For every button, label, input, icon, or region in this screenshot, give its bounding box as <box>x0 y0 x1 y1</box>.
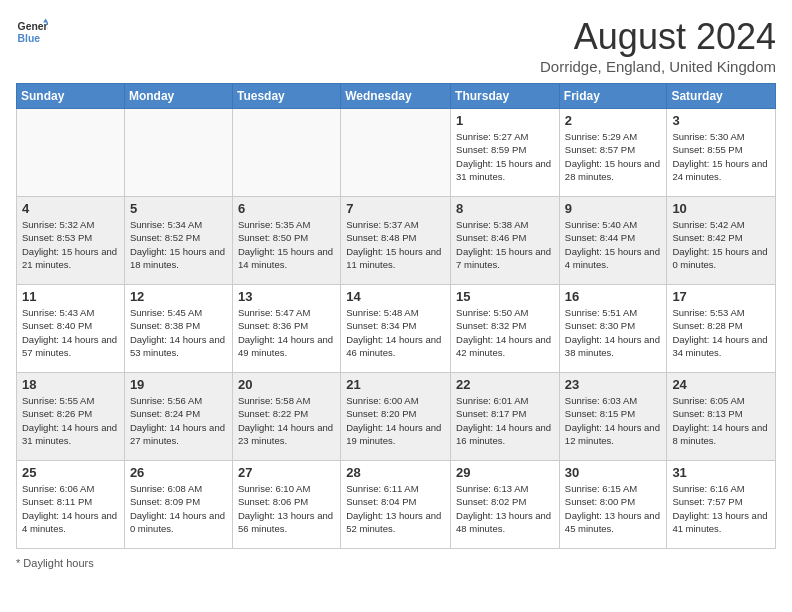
cell-details: Sunrise: 6:05 AMSunset: 8:13 PMDaylight:… <box>672 394 770 447</box>
day-number: 13 <box>238 289 335 304</box>
calendar-cell: 19Sunrise: 5:56 AMSunset: 8:24 PMDayligh… <box>124 373 232 461</box>
calendar-cell: 22Sunrise: 6:01 AMSunset: 8:17 PMDayligh… <box>451 373 560 461</box>
day-number: 22 <box>456 377 554 392</box>
week-row-5: 25Sunrise: 6:06 AMSunset: 8:11 PMDayligh… <box>17 461 776 549</box>
calendar-cell: 17Sunrise: 5:53 AMSunset: 8:28 PMDayligh… <box>667 285 776 373</box>
day-number: 24 <box>672 377 770 392</box>
cell-details: Sunrise: 5:42 AMSunset: 8:42 PMDaylight:… <box>672 218 770 271</box>
day-number: 12 <box>130 289 227 304</box>
calendar-cell: 7Sunrise: 5:37 AMSunset: 8:48 PMDaylight… <box>341 197 451 285</box>
day-number: 5 <box>130 201 227 216</box>
calendar-cell: 20Sunrise: 5:58 AMSunset: 8:22 PMDayligh… <box>232 373 340 461</box>
calendar-cell: 29Sunrise: 6:13 AMSunset: 8:02 PMDayligh… <box>451 461 560 549</box>
cell-details: Sunrise: 5:51 AMSunset: 8:30 PMDaylight:… <box>565 306 662 359</box>
cell-details: Sunrise: 6:06 AMSunset: 8:11 PMDaylight:… <box>22 482 119 535</box>
cell-details: Sunrise: 6:08 AMSunset: 8:09 PMDaylight:… <box>130 482 227 535</box>
calendar-cell: 18Sunrise: 5:55 AMSunset: 8:26 PMDayligh… <box>17 373 125 461</box>
calendar-cell: 15Sunrise: 5:50 AMSunset: 8:32 PMDayligh… <box>451 285 560 373</box>
footer-text: Daylight hours <box>23 557 93 569</box>
day-number: 27 <box>238 465 335 480</box>
calendar-cell: 14Sunrise: 5:48 AMSunset: 8:34 PMDayligh… <box>341 285 451 373</box>
day-header-sunday: Sunday <box>17 84 125 109</box>
calendar-cell: 6Sunrise: 5:35 AMSunset: 8:50 PMDaylight… <box>232 197 340 285</box>
calendar-cell: 8Sunrise: 5:38 AMSunset: 8:46 PMDaylight… <box>451 197 560 285</box>
week-row-1: 1Sunrise: 5:27 AMSunset: 8:59 PMDaylight… <box>17 109 776 197</box>
calendar-cell: 5Sunrise: 5:34 AMSunset: 8:52 PMDaylight… <box>124 197 232 285</box>
cell-details: Sunrise: 6:15 AMSunset: 8:00 PMDaylight:… <box>565 482 662 535</box>
calendar-cell: 23Sunrise: 6:03 AMSunset: 8:15 PMDayligh… <box>559 373 667 461</box>
day-number: 17 <box>672 289 770 304</box>
calendar-cell: 28Sunrise: 6:11 AMSunset: 8:04 PMDayligh… <box>341 461 451 549</box>
cell-details: Sunrise: 5:43 AMSunset: 8:40 PMDaylight:… <box>22 306 119 359</box>
cell-details: Sunrise: 5:50 AMSunset: 8:32 PMDaylight:… <box>456 306 554 359</box>
day-number: 14 <box>346 289 445 304</box>
svg-marker-2 <box>43 18 48 22</box>
calendar-cell: 27Sunrise: 6:10 AMSunset: 8:06 PMDayligh… <box>232 461 340 549</box>
cell-details: Sunrise: 5:30 AMSunset: 8:55 PMDaylight:… <box>672 130 770 183</box>
day-number: 19 <box>130 377 227 392</box>
cell-details: Sunrise: 5:32 AMSunset: 8:53 PMDaylight:… <box>22 218 119 271</box>
day-number: 1 <box>456 113 554 128</box>
cell-details: Sunrise: 5:29 AMSunset: 8:57 PMDaylight:… <box>565 130 662 183</box>
day-number: 29 <box>456 465 554 480</box>
footer-note: * Daylight hours <box>16 557 776 569</box>
cell-details: Sunrise: 6:16 AMSunset: 7:57 PMDaylight:… <box>672 482 770 535</box>
cell-details: Sunrise: 6:10 AMSunset: 8:06 PMDaylight:… <box>238 482 335 535</box>
calendar-cell: 2Sunrise: 5:29 AMSunset: 8:57 PMDaylight… <box>559 109 667 197</box>
calendar-cell: 24Sunrise: 6:05 AMSunset: 8:13 PMDayligh… <box>667 373 776 461</box>
day-number: 11 <box>22 289 119 304</box>
week-row-2: 4Sunrise: 5:32 AMSunset: 8:53 PMDaylight… <box>17 197 776 285</box>
calendar-cell <box>124 109 232 197</box>
day-number: 2 <box>565 113 662 128</box>
calendar-cell: 21Sunrise: 6:00 AMSunset: 8:20 PMDayligh… <box>341 373 451 461</box>
calendar-table: SundayMondayTuesdayWednesdayThursdayFrid… <box>16 83 776 549</box>
cell-details: Sunrise: 6:00 AMSunset: 8:20 PMDaylight:… <box>346 394 445 447</box>
calendar-cell <box>341 109 451 197</box>
week-row-3: 11Sunrise: 5:43 AMSunset: 8:40 PMDayligh… <box>17 285 776 373</box>
logo: General Blue <box>16 16 48 48</box>
day-number: 26 <box>130 465 227 480</box>
calendar-cell <box>232 109 340 197</box>
cell-details: Sunrise: 6:13 AMSunset: 8:02 PMDaylight:… <box>456 482 554 535</box>
svg-text:General: General <box>18 21 48 32</box>
calendar-cell <box>17 109 125 197</box>
calendar-cell: 12Sunrise: 5:45 AMSunset: 8:38 PMDayligh… <box>124 285 232 373</box>
cell-details: Sunrise: 5:56 AMSunset: 8:24 PMDaylight:… <box>130 394 227 447</box>
day-number: 20 <box>238 377 335 392</box>
calendar-cell: 31Sunrise: 6:16 AMSunset: 7:57 PMDayligh… <box>667 461 776 549</box>
month-title: August 2024 <box>540 16 776 58</box>
cell-details: Sunrise: 6:03 AMSunset: 8:15 PMDaylight:… <box>565 394 662 447</box>
day-number: 31 <box>672 465 770 480</box>
calendar-cell: 11Sunrise: 5:43 AMSunset: 8:40 PMDayligh… <box>17 285 125 373</box>
day-header-monday: Monday <box>124 84 232 109</box>
day-header-thursday: Thursday <box>451 84 560 109</box>
week-row-4: 18Sunrise: 5:55 AMSunset: 8:26 PMDayligh… <box>17 373 776 461</box>
header: General Blue August 2024 Dorridge, Engla… <box>16 16 776 75</box>
day-number: 16 <box>565 289 662 304</box>
day-number: 8 <box>456 201 554 216</box>
calendar-cell: 4Sunrise: 5:32 AMSunset: 8:53 PMDaylight… <box>17 197 125 285</box>
day-number: 9 <box>565 201 662 216</box>
cell-details: Sunrise: 5:40 AMSunset: 8:44 PMDaylight:… <box>565 218 662 271</box>
day-number: 4 <box>22 201 119 216</box>
calendar-cell: 26Sunrise: 6:08 AMSunset: 8:09 PMDayligh… <box>124 461 232 549</box>
calendar-cell: 9Sunrise: 5:40 AMSunset: 8:44 PMDaylight… <box>559 197 667 285</box>
cell-details: Sunrise: 5:34 AMSunset: 8:52 PMDaylight:… <box>130 218 227 271</box>
location-title: Dorridge, England, United Kingdom <box>540 58 776 75</box>
day-number: 7 <box>346 201 445 216</box>
calendar-cell: 10Sunrise: 5:42 AMSunset: 8:42 PMDayligh… <box>667 197 776 285</box>
day-number: 28 <box>346 465 445 480</box>
cell-details: Sunrise: 5:27 AMSunset: 8:59 PMDaylight:… <box>456 130 554 183</box>
day-header-wednesday: Wednesday <box>341 84 451 109</box>
cell-details: Sunrise: 5:37 AMSunset: 8:48 PMDaylight:… <box>346 218 445 271</box>
cell-details: Sunrise: 5:35 AMSunset: 8:50 PMDaylight:… <box>238 218 335 271</box>
cell-details: Sunrise: 5:53 AMSunset: 8:28 PMDaylight:… <box>672 306 770 359</box>
day-number: 15 <box>456 289 554 304</box>
calendar-cell: 1Sunrise: 5:27 AMSunset: 8:59 PMDaylight… <box>451 109 560 197</box>
cell-details: Sunrise: 5:47 AMSunset: 8:36 PMDaylight:… <box>238 306 335 359</box>
day-number: 23 <box>565 377 662 392</box>
day-number: 6 <box>238 201 335 216</box>
day-number: 3 <box>672 113 770 128</box>
cell-details: Sunrise: 5:38 AMSunset: 8:46 PMDaylight:… <box>456 218 554 271</box>
svg-text:Blue: Blue <box>18 33 41 44</box>
